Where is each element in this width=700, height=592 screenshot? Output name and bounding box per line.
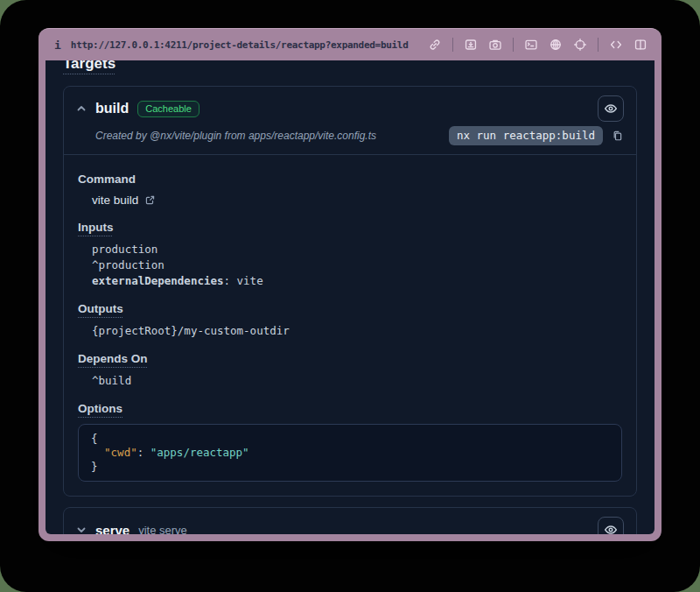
project-details-page: Targets build Cacheable Create xyxy=(46,60,654,534)
toolbar-separator xyxy=(598,38,598,52)
json-close-brace: } xyxy=(91,460,98,473)
input-item: production xyxy=(92,242,622,257)
json-colon: : xyxy=(137,446,150,459)
terminal-icon[interactable] xyxy=(524,38,538,52)
browser-preview-window: i http://127.0.0.1:4211/project-details/… xyxy=(38,28,662,541)
address-url[interactable]: http://127.0.0.1:4211/project-details/re… xyxy=(71,39,409,51)
outputs-section-heading: Outputs xyxy=(78,302,123,315)
input-key: externalDependencies xyxy=(92,274,224,287)
json-key-cwd: "cwd" xyxy=(104,446,137,459)
screenshot-download-icon[interactable] xyxy=(464,38,478,52)
view-graph-button[interactable] xyxy=(598,95,624,122)
chevron-down-icon[interactable] xyxy=(76,525,87,534)
toolbar-separator xyxy=(452,38,453,52)
copy-icon[interactable] xyxy=(612,130,624,142)
serve-target-card: serve vite serve xyxy=(63,507,637,534)
command-line: vite build xyxy=(78,194,622,207)
info-icon: i xyxy=(54,39,61,52)
code-icon[interactable] xyxy=(609,38,623,52)
camera-icon[interactable] xyxy=(488,38,502,52)
view-graph-button[interactable] xyxy=(598,517,624,534)
depends-on-section-heading: Depends On xyxy=(78,352,148,365)
globe-icon[interactable] xyxy=(549,38,563,52)
depends-on-item: ^build xyxy=(92,373,622,388)
browser-toolbar: i http://127.0.0.1:4211/project-details/… xyxy=(38,29,662,60)
eye-icon xyxy=(604,102,618,116)
input-item: ^production xyxy=(92,257,622,272)
external-link-icon[interactable] xyxy=(144,194,156,206)
output-item: {projectRoot}/my-custom-outdir xyxy=(92,323,622,338)
split-panel-icon[interactable] xyxy=(634,38,648,52)
toolbar-icon-group xyxy=(428,38,648,52)
command-section-heading: Command xyxy=(78,173,136,186)
targets-heading: Targets xyxy=(63,60,116,73)
build-target-card: build Cacheable Created by @nx/vite/plug… xyxy=(63,86,637,497)
options-section-heading: Options xyxy=(78,402,122,415)
build-target-details: Command vite build Inputs production ^pr… xyxy=(64,155,636,496)
serve-target-header[interactable]: serve vite serve xyxy=(64,508,636,534)
run-command-chip: nx run reactapp:build xyxy=(449,126,603,145)
crosshair-icon[interactable] xyxy=(573,38,587,52)
link-icon[interactable] xyxy=(428,38,442,52)
command-value: vite build xyxy=(92,194,138,207)
inputs-section-heading: Inputs xyxy=(78,221,114,234)
toolbar-separator xyxy=(513,38,514,52)
serve-command-text: vite serve xyxy=(138,524,187,535)
input-key-suffix: : vite xyxy=(224,274,263,287)
json-value-cwd: "apps/reactapp" xyxy=(150,446,249,459)
options-json-block: { "cwd": "apps/reactapp" } xyxy=(78,424,622,482)
cacheable-badge: Cacheable xyxy=(137,101,200,117)
build-target-header: build Cacheable Created by @nx/vite/plug… xyxy=(64,87,636,155)
created-by-text: Created by @nx/vite/plugin from apps/rea… xyxy=(76,130,376,142)
json-open-brace: { xyxy=(91,432,98,445)
target-name: serve xyxy=(95,523,130,535)
target-name: build xyxy=(95,101,129,116)
eye-icon xyxy=(604,523,618,534)
chevron-up-icon[interactable] xyxy=(76,103,87,114)
input-item: externalDependencies: vite xyxy=(92,273,622,288)
